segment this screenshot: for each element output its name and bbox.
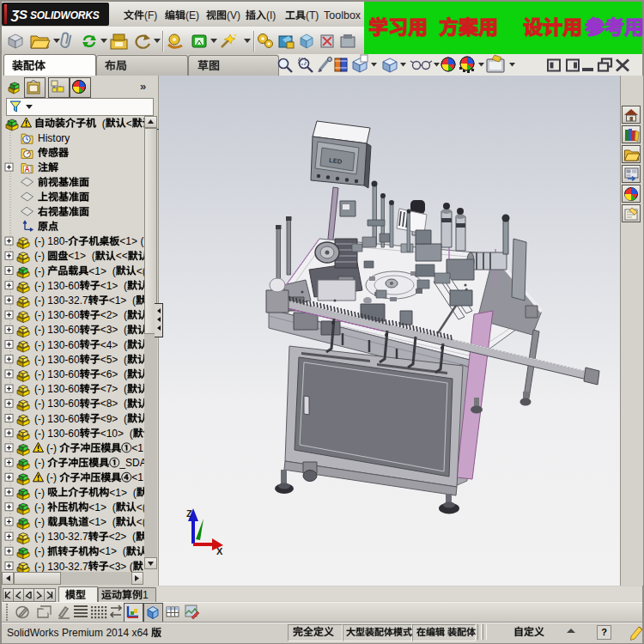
svg-text:LED: LED: [329, 156, 343, 166]
svg-text:Z: Z: [186, 508, 192, 519]
svg-text:X: X: [216, 546, 223, 556]
